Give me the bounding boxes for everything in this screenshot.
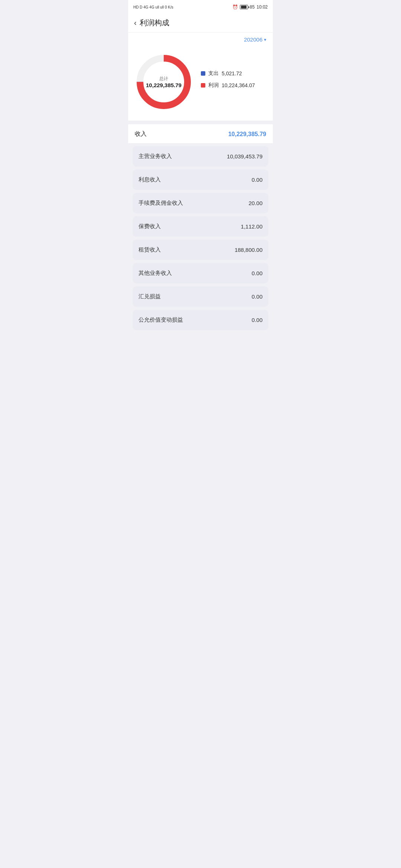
- page-title: 利润构成: [140, 18, 169, 28]
- legend-item-profit: 利润 10,224,364.07: [201, 82, 267, 89]
- card-value: 188,800.00: [235, 247, 263, 253]
- legend-val-profit: 10,224,364.07: [222, 82, 255, 88]
- alarm-icon: ⏰: [232, 4, 238, 10]
- legend-name-expense: 支出: [208, 70, 219, 77]
- revenue-title: 收入: [135, 130, 147, 138]
- date-selector[interactable]: 202006 ▾: [128, 33, 273, 46]
- battery-percent: 85: [250, 4, 255, 10]
- card-value: 1,112.00: [241, 223, 263, 230]
- card-item[interactable]: 主营业务收入 10,039,453.79: [133, 146, 268, 167]
- card-label: 其他业务收入: [138, 270, 172, 277]
- legend-name-profit: 利润: [208, 82, 219, 89]
- date-text: 202006: [244, 36, 263, 43]
- legend-item-expense: 支出 5,021.72: [201, 70, 267, 77]
- chevron-down-icon: ▾: [264, 37, 266, 42]
- revenue-section-header: 收入 10,229,385.79: [128, 124, 273, 143]
- chart-legend: 支出 5,021.72 利润 10,224,364.07: [193, 70, 267, 94]
- card-value: 20.00: [248, 200, 263, 206]
- revenue-total: 10,229,385.79: [228, 131, 266, 138]
- back-button[interactable]: ‹: [134, 19, 137, 27]
- card-item[interactable]: 其他业务收入 0.00: [133, 263, 268, 283]
- card-label: 公允价值变动损益: [138, 316, 183, 323]
- card-item[interactable]: 公允价值变动损益 0.00: [133, 310, 268, 330]
- legend-dot-profit: [201, 83, 205, 88]
- card-value: 0.00: [252, 317, 263, 323]
- card-label: 利息收入: [138, 176, 161, 183]
- card-item[interactable]: 利息收入 0.00: [133, 170, 268, 190]
- status-right: ⏰ 85 10:02: [232, 4, 268, 10]
- time-display: 10:02: [257, 4, 268, 10]
- card-label: 汇兑损益: [138, 293, 161, 300]
- chart-section: 总计 10,229,385.79 支出 5,021.72 利润 10,224,3…: [128, 46, 273, 121]
- card-label: 保费收入: [138, 223, 161, 230]
- card-item[interactable]: 手续费及佣金收入 20.00: [133, 193, 268, 213]
- legend-val-expense: 5,021.72: [222, 70, 242, 76]
- card-label: 手续费及佣金收入: [138, 200, 183, 207]
- donut-chart: 总计 10,229,385.79: [134, 52, 193, 112]
- header: ‹ 利润构成: [128, 13, 273, 33]
- card-value: 0.00: [252, 293, 263, 300]
- status-left: HD D 4G 4G ull ull 0 K/s: [133, 5, 173, 9]
- separator: [128, 121, 273, 124]
- card-item[interactable]: 租赁收入 188,800.00: [133, 240, 268, 260]
- card-item[interactable]: 汇兑损益 0.00: [133, 286, 268, 307]
- donut-center: 总计 10,229,385.79: [146, 76, 182, 88]
- card-value: 0.00: [252, 177, 263, 183]
- card-label: 主营业务收入: [138, 153, 172, 160]
- card-item[interactable]: 保费收入 1,112.00: [133, 216, 268, 237]
- status-bar: HD D 4G 4G ull ull 0 K/s ⏰ 85 10:02: [128, 0, 273, 13]
- cards-container: 主营业务收入 10,039,453.79 利息收入 0.00 手续费及佣金收入 …: [128, 146, 273, 330]
- card-value: 10,039,453.79: [227, 153, 263, 160]
- card-value: 0.00: [252, 270, 263, 276]
- legend-dot-expense: [201, 71, 205, 76]
- card-label: 租赁收入: [138, 246, 161, 253]
- battery-icon: [240, 5, 248, 9]
- status-left-text: HD D 4G 4G ull ull 0 K/s: [133, 5, 173, 9]
- donut-label: 总计: [146, 76, 182, 82]
- donut-value: 10,229,385.79: [146, 82, 182, 88]
